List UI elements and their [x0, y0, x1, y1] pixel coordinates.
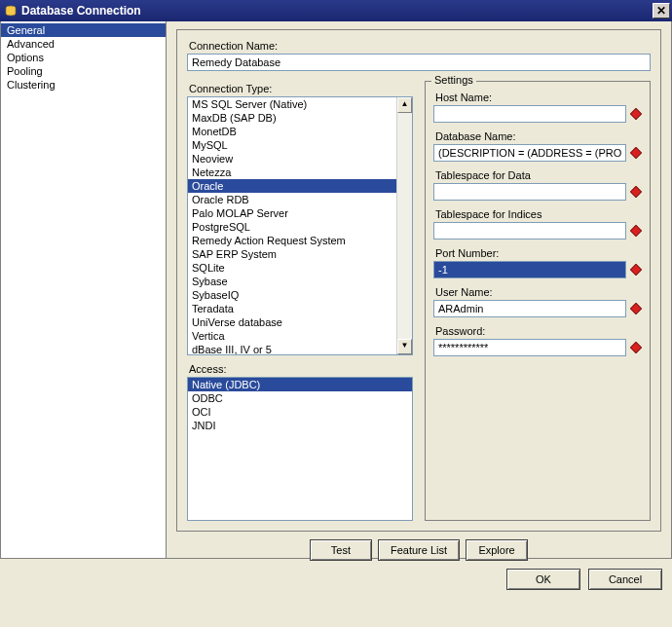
connection-type-listbox[interactable]: MS SQL Server (Native)MaxDB (SAP DB)Mone…: [187, 96, 413, 355]
list-item[interactable]: MySQL: [188, 138, 396, 152]
list-item[interactable]: MS SQL Server (Native): [188, 97, 396, 111]
scrollbar[interactable]: ▲ ▼: [396, 97, 412, 354]
list-item[interactable]: Sybase: [188, 275, 396, 288]
connection-name-input[interactable]: [187, 54, 651, 71]
variable-icon[interactable]: [630, 225, 642, 237]
access-listbox[interactable]: Native (JDBC)ODBCOCIJNDI: [187, 377, 413, 521]
list-item[interactable]: Neoview: [188, 152, 396, 166]
variable-icon[interactable]: [630, 147, 642, 159]
database-name-input[interactable]: [433, 144, 626, 162]
list-item[interactable]: Netezza: [188, 166, 396, 179]
password-label: Password:: [435, 325, 642, 337]
sidebar-item-options[interactable]: Options: [1, 51, 166, 64]
svg-rect-5: [630, 264, 641, 275]
list-item[interactable]: Teradata: [188, 302, 396, 315]
port-number-label: Port Number:: [435, 247, 642, 259]
sidebar: GeneralAdvancedOptionsPoolingClustering: [1, 21, 167, 558]
variable-icon[interactable]: [630, 264, 642, 276]
variable-icon[interactable]: [630, 342, 642, 353]
list-item[interactable]: JNDI: [188, 419, 412, 432]
list-item[interactable]: ODBC: [188, 391, 412, 405]
tablespace-indices-input[interactable]: [433, 222, 626, 240]
list-item[interactable]: UniVerse database: [188, 315, 396, 329]
svg-rect-1: [630, 108, 641, 119]
sidebar-item-pooling[interactable]: Pooling: [1, 64, 166, 78]
user-name-input[interactable]: [433, 300, 626, 317]
svg-rect-7: [630, 342, 641, 352]
list-item[interactable]: dBase III, IV or 5: [188, 343, 396, 354]
list-item[interactable]: Palo MOLAP Server: [188, 206, 396, 220]
scroll-up-button[interactable]: ▲: [397, 97, 412, 113]
list-item[interactable]: SAP ERP System: [188, 247, 396, 261]
port-number-input[interactable]: [433, 261, 626, 278]
close-button[interactable]: ✕: [653, 3, 670, 18]
settings-fieldset: Settings Host Name: Database Name: Table…: [425, 81, 651, 521]
list-item[interactable]: OCI: [188, 405, 412, 419]
connection-type-label: Connection Type:: [189, 83, 413, 94]
settings-legend: Settings: [431, 74, 476, 86]
list-item[interactable]: PostgreSQL: [188, 220, 396, 234]
svg-rect-4: [630, 225, 641, 236]
titlebar: Database Connection ✕: [0, 0, 672, 21]
scroll-track[interactable]: [397, 113, 412, 339]
list-item[interactable]: MonetDB: [188, 125, 396, 138]
explore-button[interactable]: Explore: [466, 539, 528, 561]
database-name-label: Database Name:: [435, 130, 642, 142]
test-button[interactable]: Test: [310, 539, 372, 561]
tablespace-indices-label: Tablespace for Indices: [435, 208, 642, 220]
database-icon: [4, 4, 18, 18]
list-item[interactable]: SQLite: [188, 261, 396, 275]
sidebar-item-general[interactable]: General: [1, 23, 166, 37]
dialog-body: GeneralAdvancedOptionsPoolingClustering …: [0, 21, 672, 559]
list-item[interactable]: SybaseIQ: [188, 288, 396, 302]
action-button-row: Test Feature List Explore: [176, 539, 661, 561]
scroll-down-button[interactable]: ▼: [397, 339, 412, 354]
cancel-button[interactable]: Cancel: [588, 569, 662, 590]
variable-icon[interactable]: [630, 108, 642, 120]
ok-button[interactable]: OK: [506, 569, 580, 590]
window-title: Database Connection: [21, 4, 653, 18]
svg-rect-6: [630, 303, 641, 314]
svg-rect-3: [630, 186, 641, 197]
list-item[interactable]: Remedy Action Request System: [188, 234, 396, 247]
tablespace-data-label: Tablespace for Data: [435, 169, 642, 181]
host-name-label: Host Name:: [435, 92, 642, 103]
feature-list-button[interactable]: Feature List: [378, 539, 460, 561]
variable-icon[interactable]: [630, 303, 642, 314]
connection-name-label: Connection Name:: [189, 40, 651, 52]
list-item[interactable]: Vertica: [188, 329, 396, 343]
main-panel: Connection Name: Connection Type: MS SQL…: [167, 21, 671, 558]
sidebar-item-clustering[interactable]: Clustering: [1, 78, 166, 92]
list-item[interactable]: Native (JDBC): [188, 378, 412, 391]
list-item[interactable]: Oracle: [188, 179, 396, 193]
variable-icon[interactable]: [630, 186, 642, 198]
sidebar-item-advanced[interactable]: Advanced: [1, 37, 166, 51]
tablespace-data-input[interactable]: [433, 183, 626, 201]
list-item[interactable]: MaxDB (SAP DB): [188, 111, 396, 125]
user-name-label: User Name:: [435, 286, 642, 298]
password-input[interactable]: [433, 339, 626, 356]
host-name-input[interactable]: [433, 105, 626, 123]
dialog-footer: OK Cancel: [0, 559, 672, 600]
svg-rect-2: [630, 147, 641, 158]
access-label: Access:: [189, 363, 413, 375]
list-item[interactable]: Oracle RDB: [188, 193, 396, 206]
